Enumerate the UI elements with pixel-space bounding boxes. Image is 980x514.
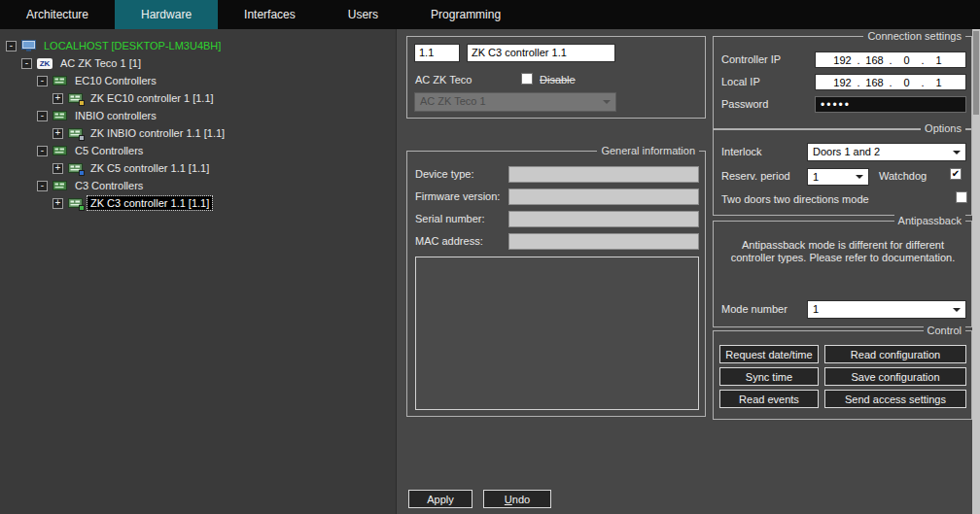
tree-label-c3-controllers[interactable]: C3 Controllers	[72, 179, 146, 192]
chevron-down-icon	[603, 100, 611, 104]
tree-label-ac-zk-teco[interactable]: AC ZK Teco 1 [1]	[57, 56, 144, 70]
ip-octet[interactable]: 1	[926, 54, 952, 66]
interlock-value: Doors 1 and 2	[813, 146, 880, 157]
apply-button[interactable]: Apply	[408, 490, 472, 508]
tree-label-inbio-controller-11[interactable]: ZK INBIO controller 1.1 [1.1]	[88, 126, 228, 140]
tree-row-inbio-controller-11[interactable]: + ZK INBIO controller 1.1 [1.1]	[0, 124, 396, 142]
mode-number-label: Mode number	[721, 303, 788, 315]
tree-row-inbio-controllers[interactable]: - INBIO controllers	[0, 107, 396, 124]
scrollbar[interactable]	[972, 29, 980, 514]
undo-button[interactable]: Undo	[483, 490, 551, 508]
controller-icon	[68, 197, 83, 209]
tab-users[interactable]: Users	[322, 0, 404, 29]
tree-row-ec10-controller-1[interactable]: + ZK EC10 controller 1 [1.1]	[0, 89, 396, 107]
tab-programming[interactable]: Programming	[404, 0, 527, 29]
antipassback-note: Antipassback mode is different for diffe…	[723, 239, 962, 264]
serial-number-input[interactable]	[508, 211, 699, 227]
tree-label-c5-controllers[interactable]: C5 Controllers	[72, 144, 146, 157]
app-window: Architecture Hardware Interfaces Users P…	[0, 0, 980, 514]
ip-octet[interactable]: 0	[893, 77, 920, 88]
ip-octet[interactable]: 192	[829, 54, 856, 66]
controller-ip-input[interactable]: 192.168.0.1	[815, 51, 966, 68]
controller-icon	[68, 162, 83, 174]
ip-octet[interactable]: 192	[829, 77, 856, 88]
tree-row-ec10-controllers[interactable]: - EC10 Controllers	[0, 72, 396, 89]
tree-label-c5-controller-11[interactable]: ZK C5 controller 1.1 [1.1]	[88, 161, 212, 175]
collapse-toggle-icon[interactable]: -	[21, 58, 32, 69]
device-type-label: AC ZK Teco	[415, 74, 472, 86]
mode-number-select[interactable]: 1	[807, 300, 966, 319]
tab-hardware[interactable]: Hardware	[115, 0, 218, 29]
undo-rest: ndo	[512, 494, 530, 505]
controller-identity-group: 1.1 ZK C3 controller 1.1 AC ZK Teco Disa…	[406, 36, 706, 119]
local-ip-input[interactable]: 192.168.0.1	[815, 74, 966, 90]
disable-checkbox[interactable]	[521, 73, 533, 85]
connection-settings-group: Connection settings Controller IP 192.16…	[713, 36, 972, 130]
ip-octet[interactable]: 0	[893, 54, 920, 66]
tree-row-ac-zk-teco[interactable]: - ZK AC ZK Teco 1 [1]	[0, 54, 396, 72]
collapse-toggle-icon[interactable]: -	[37, 146, 48, 156]
local-ip-label: Local IP	[721, 76, 760, 87]
tree-label-inbio-controllers[interactable]: INBIO controllers	[72, 109, 159, 122]
controller-group-icon	[52, 145, 67, 156]
tree-label-ec10-controllers[interactable]: EC10 Controllers	[72, 74, 159, 87]
reserv-period-value: 1	[813, 171, 819, 183]
ip-octet[interactable]: 168	[861, 54, 888, 66]
tab-architecture[interactable]: Architecture	[0, 0, 115, 29]
device-info-textarea[interactable]	[415, 257, 699, 410]
mac-address-input[interactable]	[508, 233, 699, 250]
device-type-input[interactable]	[508, 166, 699, 183]
tree-row-localhost[interactable]: - LOCALHOST [DESKTOP-LM3U4BH]	[0, 37, 396, 54]
group-title: Connection settings	[863, 30, 965, 42]
request-datetime-button[interactable]: Request date/time	[719, 345, 819, 363]
save-configuration-button[interactable]: Save configuration	[824, 367, 966, 386]
scrollbar-thumb[interactable]	[973, 31, 979, 115]
firmware-version-input[interactable]	[508, 188, 699, 205]
tree-row-c5-controller-11[interactable]: + ZK C5 controller 1.1 [1.1]	[0, 159, 396, 177]
collapse-toggle-icon[interactable]: -	[37, 76, 48, 86]
ip-octet[interactable]: 1	[926, 77, 952, 88]
tree-row-c5-controllers[interactable]: - C5 Controllers	[0, 142, 396, 159]
controller-group-icon	[52, 110, 67, 121]
collapse-toggle-icon[interactable]: -	[37, 181, 48, 191]
tree-row-c3-controllers[interactable]: - C3 Controllers	[0, 177, 396, 194]
expand-toggle-icon[interactable]: +	[52, 128, 63, 139]
controller-name-input[interactable]: ZK C3 controller 1.1	[467, 44, 615, 62]
mode-number-value: 1	[813, 303, 819, 315]
tree-label-ec10-controller-1[interactable]: ZK EC10 controller 1 [1.1]	[88, 91, 217, 105]
controller-group-icon	[52, 75, 67, 86]
watchdog-checkbox[interactable]: ✔	[950, 168, 962, 180]
sync-time-button[interactable]: Sync time	[719, 367, 819, 386]
collapse-toggle-icon[interactable]: -	[37, 111, 48, 121]
watchdog-label: Watchdog	[879, 170, 927, 182]
expand-toggle-icon[interactable]: +	[52, 198, 63, 209]
interlock-label: Interlock	[721, 146, 762, 157]
controller-ip-label: Controller IP	[721, 53, 781, 65]
tree-row-c3-controller-11[interactable]: + ZK C3 controller 1.1 [1.1]	[0, 194, 396, 212]
computer-icon	[21, 40, 36, 51]
controller-number-input[interactable]: 1.1	[414, 44, 460, 62]
ip-octet[interactable]: 168	[861, 77, 888, 88]
expand-toggle-icon[interactable]: +	[52, 163, 63, 174]
group-title: Control	[924, 325, 965, 336]
password-label: Password	[721, 98, 768, 110]
mac-address-field-label: MAC address:	[415, 235, 483, 247]
controller-badge-icon	[79, 170, 85, 176]
antipassback-group: Antipassback Antipassback mode is differ…	[713, 221, 972, 327]
collapse-toggle-icon[interactable]: -	[6, 41, 17, 51]
group-title: Options	[921, 122, 965, 134]
tree-label-localhost[interactable]: LOCALHOST [DESKTOP-LM3U4BH]	[41, 39, 224, 52]
hardware-tree: - LOCALHOST [DESKTOP-LM3U4BH] - ZK AC ZK…	[0, 29, 397, 514]
expand-toggle-icon[interactable]: +	[52, 93, 63, 104]
tab-interfaces[interactable]: Interfaces	[218, 0, 322, 29]
interlock-select[interactable]: Doors 1 and 2	[807, 143, 966, 161]
tree-label-c3-controller-11[interactable]: ZK C3 controller 1.1 [1.1]	[88, 196, 212, 210]
controller-group-icon	[52, 180, 67, 191]
disable-label: Disable	[540, 74, 576, 86]
read-configuration-button[interactable]: Read configuration	[824, 345, 966, 363]
password-input[interactable]: •••••	[815, 96, 966, 113]
reserv-period-select[interactable]: 1	[807, 168, 869, 186]
two-doors-mode-checkbox[interactable]	[956, 191, 967, 203]
read-events-button[interactable]: Read events	[719, 390, 819, 408]
send-access-settings-button[interactable]: Send access settings	[824, 390, 966, 408]
